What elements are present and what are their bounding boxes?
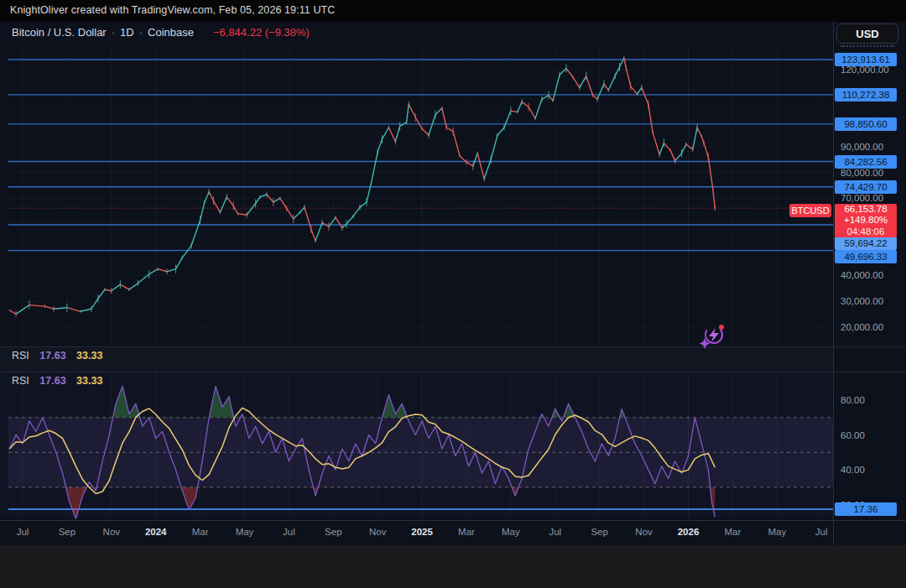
attribution-text: KnightOliver created with TradingView.co…: [10, 4, 336, 16]
footer-bar: TradingView: [0, 545, 906, 588]
currency-button[interactable]: USD: [836, 23, 898, 44]
attribution-bar: KnightOliver created with TradingView.co…: [0, 0, 906, 22]
price-chart-canvas[interactable]: [0, 0, 906, 588]
